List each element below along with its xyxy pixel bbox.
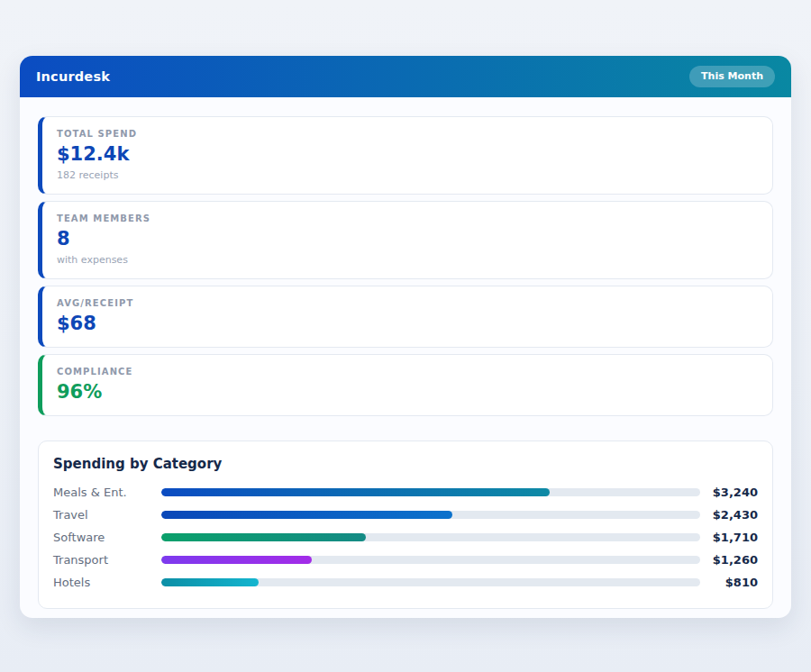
bar-track	[161, 578, 700, 586]
bar-fill	[161, 488, 550, 496]
stat-subtext: 182 receipts	[57, 169, 758, 181]
chart-row: Travel $2,430	[53, 504, 758, 526]
chart-row-label: Hotels	[53, 576, 161, 589]
chart-row-value: $1,260	[700, 553, 758, 567]
chart-row: Meals & Ent. $3,240	[53, 481, 758, 504]
chart-row-value: $1,710	[700, 531, 758, 544]
chart-row-value: $2,430	[700, 508, 758, 522]
stat-value: $68	[57, 313, 758, 334]
stats-list: TOTAL SPEND $12.4k 182 receipts TEAM MEM…	[38, 116, 773, 422]
chart-row: Hotels $810	[53, 571, 758, 594]
stat-card: COMPLIANCE 96%	[38, 354, 773, 416]
stat-card: AVG/RECEIPT $68	[38, 286, 773, 348]
spending-chart-card: Spending by Category Meals & Ent. $3,240…	[38, 440, 773, 609]
app-title: Incurdesk	[36, 69, 110, 84]
stat-value: 8	[57, 229, 758, 250]
chart-row-label: Meals & Ent.	[53, 486, 161, 499]
stat-card: TEAM MEMBERS 8 with expenses	[38, 201, 773, 279]
stat-label: TOTAL SPEND	[57, 129, 758, 139]
stat-value: $12.4k	[57, 144, 758, 165]
stat-label: TEAM MEMBERS	[57, 213, 758, 223]
stat-card: TOTAL SPEND $12.4k 182 receipts	[38, 116, 773, 195]
stat-subtext: with expenses	[57, 254, 758, 266]
bar-track	[161, 533, 700, 541]
chart-row-label: Travel	[53, 508, 161, 522]
chart-row-value: $3,240	[700, 486, 758, 499]
bar-fill	[161, 511, 452, 519]
app-header: Incurdesk This Month	[20, 56, 791, 97]
chart-row-label: Transport	[53, 553, 161, 567]
bar-fill	[161, 556, 312, 564]
dashboard-panel: Incurdesk This Month TOTAL SPEND $12.4k …	[20, 56, 791, 618]
bar-fill	[161, 533, 366, 541]
chart-title: Spending by Category	[53, 456, 758, 472]
stat-label: AVG/RECEIPT	[57, 298, 758, 308]
chart-row-label: Software	[53, 531, 161, 544]
bar-track	[161, 488, 700, 496]
period-badge[interactable]: This Month	[689, 66, 775, 86]
chart-row: Transport $1,260	[53, 549, 758, 571]
stat-label: COMPLIANCE	[57, 367, 758, 377]
chart-row: Software $1,710	[53, 526, 758, 549]
chart-rows: Meals & Ent. $3,240 Travel $2,430 Softwa…	[53, 481, 758, 594]
bar-track	[161, 511, 700, 519]
dashboard-content: TOTAL SPEND $12.4k 182 receipts TEAM MEM…	[20, 97, 791, 618]
chart-row-value: $810	[700, 576, 758, 589]
bar-fill	[161, 578, 259, 586]
bar-track	[161, 556, 700, 564]
stat-value: 96%	[57, 382, 758, 403]
